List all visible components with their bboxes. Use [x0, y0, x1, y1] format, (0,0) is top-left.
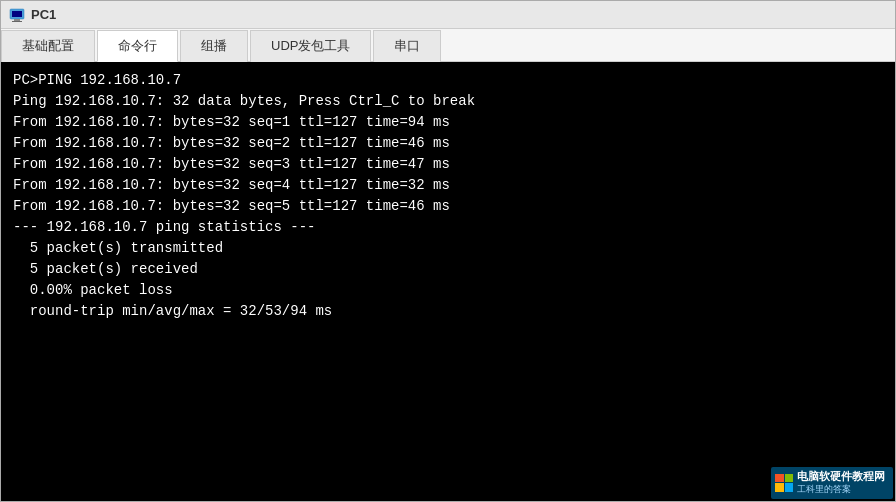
terminal-line-6: From 192.168.10.7: bytes=32 seq=3 ttl=12…: [13, 154, 883, 175]
watermark-text: 电脑软硬件教程网 工科里的答案: [797, 470, 885, 496]
tab-serial[interactable]: 串口: [373, 30, 441, 62]
watermark-site-line1: 电脑软硬件教程网: [797, 470, 885, 483]
windows-logo-icon: [775, 474, 793, 492]
tab-udp-tool[interactable]: UDP发包工具: [250, 30, 371, 62]
svg-rect-1: [12, 11, 22, 17]
terminal-line-4: From 192.168.10.7: bytes=32 seq=1 ttl=12…: [13, 112, 883, 133]
terminal-line-11: 5 packet(s) transmitted: [13, 238, 883, 259]
main-window: PC1 基础配置 命令行 组播 UDP发包工具 串口 PC>PING 192.1…: [0, 0, 896, 502]
terminal-line-5: From 192.168.10.7: bytes=32 seq=2 ttl=12…: [13, 133, 883, 154]
terminal-line-1: PC>PING 192.168.10.7: [13, 70, 883, 91]
terminal-line-13: 0.00% packet loss: [13, 280, 883, 301]
terminal-line-8: From 192.168.10.7: bytes=32 seq=5 ttl=12…: [13, 196, 883, 217]
terminal-line-12: 5 packet(s) received: [13, 259, 883, 280]
terminal-line-14: round-trip min/avg/max = 32/53/94 ms: [13, 301, 883, 322]
tab-basic-config[interactable]: 基础配置: [1, 30, 95, 62]
terminal[interactable]: PC>PING 192.168.10.7 Ping 192.168.10.7: …: [1, 62, 895, 330]
svg-rect-2: [14, 19, 20, 21]
tab-command-line[interactable]: 命令行: [97, 30, 178, 62]
svg-rect-3: [12, 21, 22, 22]
window-title: PC1: [31, 7, 56, 22]
terminal-container: PC>PING 192.168.10.7 Ping 192.168.10.7: …: [1, 62, 895, 501]
watermark: 电脑软硬件教程网 工科里的答案: [771, 467, 893, 499]
watermark-site-line2: 工科里的答案: [797, 483, 885, 496]
tab-multicast[interactable]: 组播: [180, 30, 248, 62]
terminal-line-3: Ping 192.168.10.7: 32 data bytes, Press …: [13, 91, 883, 112]
terminal-line-7: From 192.168.10.7: bytes=32 seq=4 ttl=12…: [13, 175, 883, 196]
title-bar: PC1: [1, 1, 895, 29]
terminal-line-10: --- 192.168.10.7 ping statistics ---: [13, 217, 883, 238]
tab-bar: 基础配置 命令行 组播 UDP发包工具 串口: [1, 29, 895, 62]
window-icon: [9, 7, 25, 23]
